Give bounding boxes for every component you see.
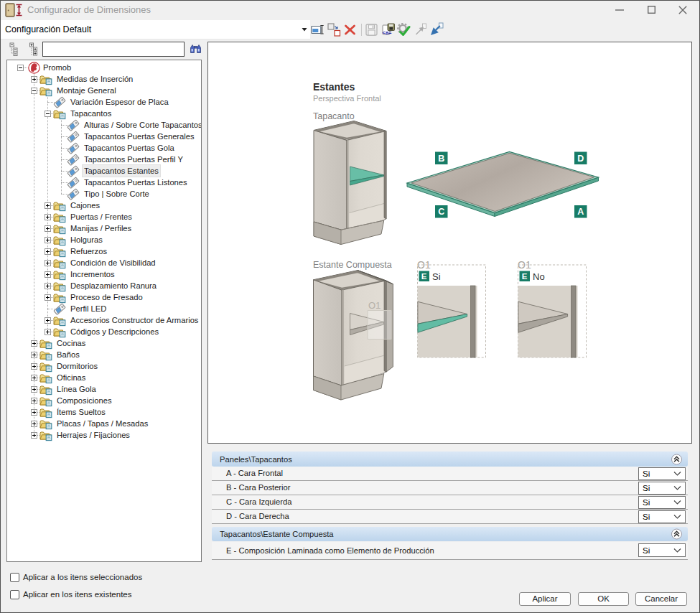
svg-text:Si: Si — [432, 271, 441, 282]
svg-text:E: E — [522, 272, 528, 281]
svg-text:C: C — [438, 207, 444, 217]
svg-text:E: E — [421, 272, 427, 281]
svg-text:Tapacanto: Tapacanto — [313, 111, 355, 121]
svg-text:Estante Compuesta: Estante Compuesta — [313, 260, 392, 270]
svg-text:<a=: <a= — [383, 29, 393, 36]
svg-text:Estantes: Estantes — [313, 81, 355, 93]
svg-text:No: No — [533, 271, 545, 282]
svg-text:Perspectiva Frontal: Perspectiva Frontal — [313, 94, 381, 103]
svg-text:O1: O1 — [368, 300, 381, 311]
svg-text:A: A — [577, 207, 584, 217]
svg-text:D: D — [577, 154, 584, 164]
svg-text:B: B — [438, 154, 444, 164]
